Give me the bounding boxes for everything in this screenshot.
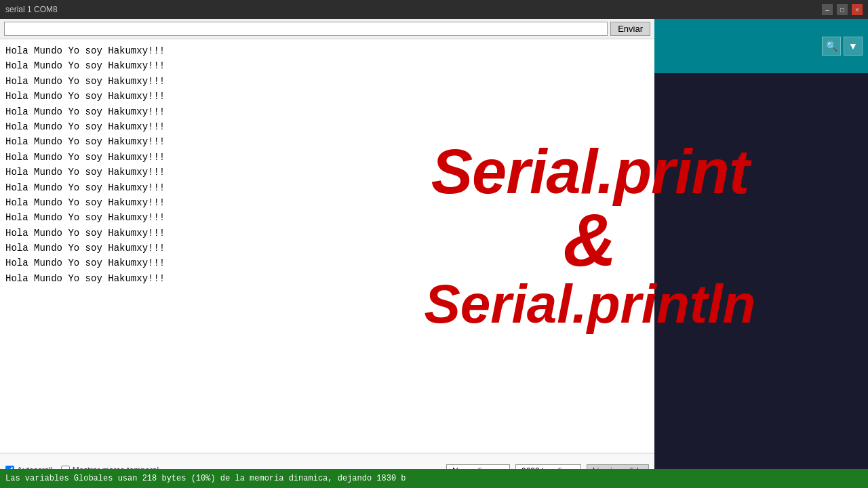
maximize-button[interactable]: □ [837,4,848,15]
bottom-bar: Las variables Globales usan 218 bytes (1… [0,469,868,488]
send-button[interactable]: Enviar [610,22,650,36]
bottom-bar-text: Las variables Globales usan 218 bytes (1… [5,474,406,483]
serial-line: Hola Mundo Yo soy Hakumxy!!! [5,271,649,286]
minimize-button[interactable]: – [822,4,833,15]
serial-line: Hola Mundo Yo soy Hakumxy!!! [5,180,649,195]
serial-line: Hola Mundo Yo soy Hakumxy!!! [5,195,649,210]
title-bar-controls: – □ × [822,4,863,15]
serial-lines: Hola Mundo Yo soy Hakumxy!!!Hola Mundo Y… [5,43,649,286]
serial-output[interactable]: Hola Mundo Yo soy Hakumxy!!!Hola Mundo Y… [0,39,654,488]
title-bar-text: serial 1 COM8 [5,5,58,14]
serial-line: Hola Mundo Yo soy Hakumxy!!! [5,165,649,180]
serial-line: Hola Mundo Yo soy Hakumxy!!! [5,256,649,270]
serial-line: Hola Mundo Yo soy Hakumxy!!! [5,210,649,225]
serial-input[interactable] [4,22,608,36]
serial-line: Hola Mundo Yo soy Hakumxy!!! [5,150,649,165]
close-button[interactable]: × [852,4,863,15]
right-panel: 🔍 ▼ [654,19,868,488]
serial-line: Hola Mundo Yo soy Hakumxy!!! [5,119,649,134]
serial-line: Hola Mundo Yo soy Hakumxy!!! [5,58,649,73]
search-icon[interactable]: 🔍 [822,37,841,56]
serial-line: Hola Mundo Yo soy Hakumxy!!! [5,43,649,58]
serial-line: Hola Mundo Yo soy Hakumxy!!! [5,104,649,119]
download-icon[interactable]: ▼ [844,37,863,56]
serial-line: Hola Mundo Yo soy Hakumxy!!! [5,89,649,104]
serial-line: Hola Mundo Yo soy Hakumxy!!! [5,226,649,241]
serial-line: Hola Mundo Yo soy Hakumxy!!! [5,134,649,149]
serial-monitor: Enviar Hola Mundo Yo soy Hakumxy!!!Hola … [0,19,654,488]
input-bar: Enviar [0,19,654,39]
right-panel-header: 🔍 ▼ [654,19,868,73]
title-bar: serial 1 COM8 – □ × [0,0,868,19]
serial-line: Hola Mundo Yo soy Hakumxy!!! [5,74,649,89]
serial-line: Hola Mundo Yo soy Hakumxy!!! [5,241,649,256]
